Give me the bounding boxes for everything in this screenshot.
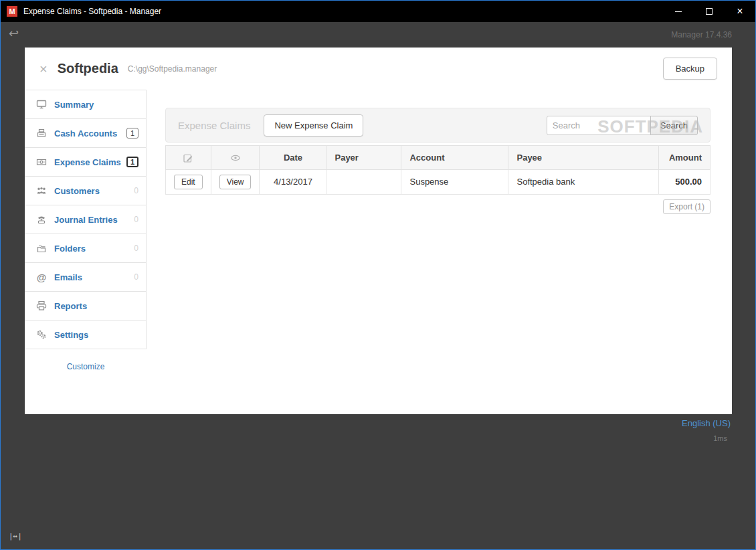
sidebar-item-label: Emails	[54, 272, 82, 282]
app-version: Manager 17.4.36	[671, 30, 732, 39]
count-badge: 1	[126, 157, 138, 167]
content-toolbar: Expense Claims New Expense Claim SOFTPED…	[165, 108, 711, 143]
sidebar-item-label: Summary	[54, 100, 94, 110]
edit-button[interactable]: Edit	[174, 175, 203, 189]
cell-date: 4/13/2017	[260, 169, 326, 194]
export-button[interactable]: Export (1)	[663, 199, 711, 214]
sidebar-item-journal-entries[interactable]: Journal Entries0	[25, 205, 146, 234]
reports-icon	[34, 300, 49, 311]
timing-label: 1ms	[713, 434, 727, 442]
sidebar-item-label: Expense Claims	[54, 157, 121, 167]
main-panel: × Softpedia C:\gg\Softpedia.manager Back…	[25, 48, 732, 414]
cell-payee: Softpedia bank	[508, 169, 659, 194]
cash-accounts-icon	[34, 128, 49, 139]
app-icon: M	[7, 6, 17, 17]
sidebar-item-label: Reports	[54, 301, 87, 311]
content-area: Expense Claims New Expense Claim SOFTPED…	[147, 90, 732, 414]
emails-icon: @	[34, 272, 49, 282]
sidebar-item-reports[interactable]: Reports	[25, 292, 146, 320]
sidebar-item-summary[interactable]: Summary	[25, 90, 146, 119]
sidebar-item-label: Cash Accounts	[54, 128, 117, 139]
count-badge: 0	[134, 272, 138, 282]
page-title: Expense Claims	[178, 120, 250, 131]
sidebar-item-label: Customers	[54, 186, 100, 196]
count-badge: 0	[134, 244, 138, 253]
panel-header: × Softpedia C:\gg\Softpedia.manager Back…	[25, 48, 732, 90]
close-button[interactable]: ×	[725, 1, 755, 22]
search-group: Search	[547, 116, 698, 135]
search-button[interactable]: Search	[650, 116, 698, 135]
close-icon: ×	[737, 6, 743, 17]
backup-button[interactable]: Backup	[663, 58, 717, 80]
column-header-payee: Payee	[508, 146, 659, 170]
new-expense-claim-button[interactable]: New Expense Claim	[264, 114, 363, 136]
sidebar: SummaryCash Accounts1Expense Claims1Cust…	[25, 90, 147, 349]
settings-icon	[34, 329, 49, 340]
journal-entries-icon	[34, 214, 49, 225]
sidebar-item-expense-claims[interactable]: Expense Claims1	[25, 148, 146, 177]
maximize-icon	[706, 8, 713, 15]
table-body: EditView4/13/2017SuspenseSoftpedia bank5…	[166, 169, 711, 194]
language-link[interactable]: English (US)	[682, 418, 731, 428]
panel-body: SummaryCash Accounts1Expense Claims1Cust…	[25, 90, 732, 414]
export-row: Export (1)	[165, 199, 711, 214]
resize-handle-icon[interactable]: |↔|	[9, 532, 22, 541]
cell-amount: 500.00	[659, 169, 711, 194]
back-arrow-icon[interactable]: ↩	[9, 26, 19, 41]
maximize-button[interactable]	[694, 1, 725, 22]
minimize-icon	[675, 11, 682, 12]
app-window: M Expense Claims - Softpedia - Manager ×…	[0, 0, 756, 550]
sidebar-item-emails[interactable]: @Emails0	[25, 263, 146, 292]
cell-account: Suspense	[401, 169, 508, 194]
summary-icon	[34, 99, 49, 110]
sidebar-column: SummaryCash Accounts1Expense Claims1Cust…	[25, 90, 147, 414]
customize-link[interactable]: Customize	[25, 362, 147, 371]
close-business-icon[interactable]: ×	[39, 62, 48, 76]
edit-icon	[183, 152, 193, 162]
column-header-date: Date	[260, 146, 326, 170]
sidebar-item-settings[interactable]: Settings	[25, 320, 146, 349]
column-header-payer: Payer	[326, 146, 401, 170]
expense-claims-icon	[34, 157, 49, 167]
expense-claims-table: DatePayerAccountPayeeAmount EditView4/13…	[165, 145, 711, 195]
sidebar-item-label: Settings	[54, 330, 88, 340]
search-input[interactable]	[547, 116, 651, 135]
count-badge: 0	[134, 215, 138, 224]
count-badge: 1	[126, 128, 138, 139]
sidebar-item-customers[interactable]: Customers0	[25, 177, 146, 205]
file-path: C:\gg\Softpedia.manager	[128, 64, 217, 74]
customers-icon	[34, 185, 49, 196]
column-header-account: Account	[401, 146, 508, 170]
business-name: Softpedia	[58, 61, 118, 76]
window-title: Expense Claims - Softpedia - Manager	[23, 7, 161, 16]
table-header-row: DatePayerAccountPayeeAmount	[166, 146, 711, 170]
table-row: EditView4/13/2017SuspenseSoftpedia bank5…	[166, 169, 711, 194]
folders-icon	[34, 243, 49, 254]
cell-payer	[326, 169, 401, 194]
edit-column-header	[166, 146, 211, 170]
sidebar-item-label: Journal Entries	[54, 215, 118, 225]
minimize-button[interactable]	[663, 1, 694, 22]
eye-icon	[230, 152, 241, 162]
titlebar: M Expense Claims - Softpedia - Manager ×	[1, 1, 755, 22]
view-button[interactable]: View	[219, 175, 252, 189]
sidebar-item-cash-accounts[interactable]: Cash Accounts1	[25, 119, 146, 148]
column-header-amount: Amount	[659, 146, 711, 170]
sidebar-item-folders[interactable]: Folders0	[25, 234, 146, 263]
sidebar-item-label: Folders	[54, 244, 86, 254]
view-column-header	[211, 146, 260, 170]
count-badge: 0	[134, 186, 138, 195]
